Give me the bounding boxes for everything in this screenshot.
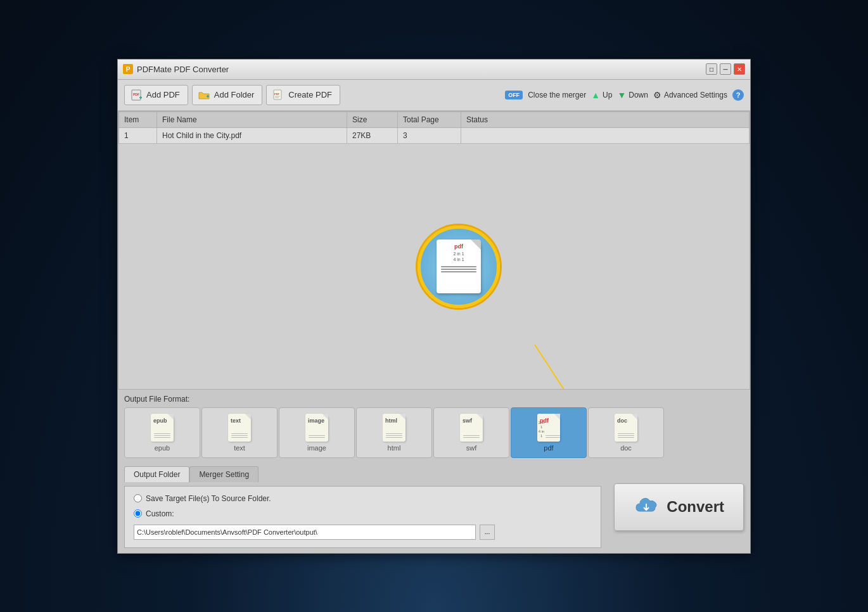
merger-toggle[interactable]: OFF <box>505 91 523 99</box>
add-folder-label: Add Folder <box>214 90 255 99</box>
format-btn-image[interactable]: image image <box>279 407 355 458</box>
image-label: image <box>307 444 326 452</box>
file-table: Item File Name Size Total Page Status 1 … <box>118 112 750 144</box>
up-button[interactable]: ▲ Up <box>591 90 612 100</box>
convert-button[interactable]: Convert <box>614 483 744 531</box>
close-merger-button[interactable]: Close the merger <box>528 91 586 99</box>
tabs-area: Output Folder Merger Setting Save Target… <box>124 466 601 548</box>
format-btn-epub[interactable]: epub epub <box>124 407 200 458</box>
file-table-area: Item File Name Size Total Page Status 1 … <box>118 111 750 390</box>
table-row: 1 Hot Child in the City.pdf 27KB 3 <box>119 127 750 143</box>
add-pdf-icon: PDF <box>130 89 143 101</box>
text-label: text <box>234 444 245 452</box>
svg-line-10 <box>535 345 622 389</box>
col-item: Item <box>119 112 157 127</box>
window-title: PDFMate PDF Converter <box>137 65 229 74</box>
create-pdf-button[interactable]: PDF Create PDF <box>266 85 340 105</box>
bottom-section: Output Folder Merger Setting Save Target… <box>118 461 750 553</box>
save-to-source-label: Save Target File(s) To Source Folder. <box>146 494 271 503</box>
advanced-settings-button[interactable]: ⚙ Advanced Settings <box>653 90 727 100</box>
col-size: Size <box>347 112 398 127</box>
cell-status <box>461 127 750 143</box>
doc-icon: doc <box>615 414 637 442</box>
custom-radio[interactable] <box>134 509 142 518</box>
toolbar: PDF Add PDF Add Folder PDF <box>118 80 750 111</box>
add-folder-icon <box>198 89 210 101</box>
help-icon[interactable]: ? <box>732 89 744 101</box>
svg-text:PDF: PDF <box>133 92 139 96</box>
swf-icon: swf <box>460 414 483 442</box>
html-icon: html <box>383 414 405 442</box>
app-icon: P <box>123 64 133 74</box>
cell-item: 1 <box>119 127 157 143</box>
pdf-doc-icon: pdf 2 in 14 in 1 <box>437 239 481 293</box>
cell-size: 27KB <box>347 127 398 143</box>
toggle-state: OFF <box>505 91 523 99</box>
add-folder-button[interactable]: Add Folder <box>192 85 263 105</box>
maximize-button[interactable]: □ <box>706 63 717 75</box>
text-icon: text <box>228 414 251 442</box>
add-pdf-button[interactable]: PDF Add PDF <box>124 85 188 105</box>
close-merger-label: Close the merger <box>528 91 586 99</box>
pdf-format-icon: pdf 2 in 14 in 1 <box>537 414 560 442</box>
down-arrow-icon: ▼ <box>617 90 626 100</box>
convert-label: Convert <box>667 498 724 516</box>
gear-icon: ⚙ <box>653 90 661 100</box>
format-btn-html[interactable]: html html <box>356 407 432 458</box>
convert-area: Convert <box>601 466 744 548</box>
create-pdf-icon: PDF <box>272 89 284 101</box>
epub-label: epub <box>155 444 170 452</box>
advanced-settings-label: Advanced Settings <box>664 91 727 99</box>
cell-pages: 3 <box>398 127 461 143</box>
col-status: Status <box>461 112 750 127</box>
tab-output-folder[interactable]: Output Folder <box>124 466 189 482</box>
doc-label: doc <box>620 444 632 452</box>
custom-row: Custom: <box>134 509 592 518</box>
down-label: Down <box>629 91 648 99</box>
cell-filename: Hot Child in the City.pdf <box>157 127 347 143</box>
browse-button[interactable]: ... <box>480 525 495 540</box>
pdf-circle-icon: pdf 2 in 14 in 1 <box>418 226 500 308</box>
col-pages: Total Page <box>398 112 461 127</box>
svg-text:PDF: PDF <box>274 92 280 96</box>
col-filename: File Name <box>157 112 347 127</box>
create-pdf-label: Create PDF <box>288 90 332 99</box>
output-path-input[interactable] <box>134 525 476 540</box>
pdf-format-label: pdf <box>544 444 553 452</box>
image-icon: image <box>305 414 328 442</box>
custom-label: Custom: <box>146 509 174 518</box>
pdf-drop-overlay: pdf 2 in 14 in 1 <box>418 226 500 308</box>
path-row: ... <box>134 525 592 540</box>
up-arrow-icon: ▲ <box>591 90 600 100</box>
up-label: Up <box>603 91 612 99</box>
minimize-button[interactable]: ─ <box>720 63 731 75</box>
format-btn-swf[interactable]: swf swf <box>433 407 509 458</box>
pdf-sublabel: 2 in 14 in 1 <box>453 251 464 262</box>
format-section: Output File Format: epub epub text <box>118 390 750 461</box>
window-controls: □ ─ ✕ <box>706 63 745 75</box>
titlebar: P PDFMate PDF Converter □ ─ ✕ <box>118 60 750 80</box>
html-label: html <box>388 444 401 452</box>
epub-icon: epub <box>151 414 174 442</box>
titlebar-left: P PDFMate PDF Converter <box>123 64 229 74</box>
format-btn-doc[interactable]: doc doc <box>588 407 664 458</box>
swf-label: swf <box>466 444 477 452</box>
toolbar-right: OFF Close the merger ▲ Up ▼ Down ⚙ Advan… <box>505 89 744 101</box>
tab-content: Save Target File(s) To Source Folder. Cu… <box>124 486 601 548</box>
close-button[interactable]: ✕ <box>734 63 745 75</box>
down-button[interactable]: ▼ Down <box>617 90 648 100</box>
format-btn-text[interactable]: text text <box>201 407 278 458</box>
format-btn-pdf[interactable]: pdf 2 in 14 in 1 pdf <box>511 407 587 458</box>
format-buttons: epub epub text <box>124 407 744 458</box>
tabs-row: Output Folder Merger Setting <box>124 466 601 482</box>
format-label: Output File Format: <box>124 395 744 404</box>
convert-cloud-icon <box>634 494 659 521</box>
main-window: P PDFMate PDF Converter □ ─ ✕ PDF <box>117 59 751 554</box>
save-to-source-row: Save Target File(s) To Source Folder. <box>134 494 592 503</box>
save-to-source-radio[interactable] <box>134 494 142 502</box>
add-pdf-label: Add PDF <box>146 90 180 99</box>
tab-merger-setting[interactable]: Merger Setting <box>189 466 258 482</box>
pdf-lines <box>441 265 476 274</box>
pdf-label: pdf <box>454 243 463 250</box>
